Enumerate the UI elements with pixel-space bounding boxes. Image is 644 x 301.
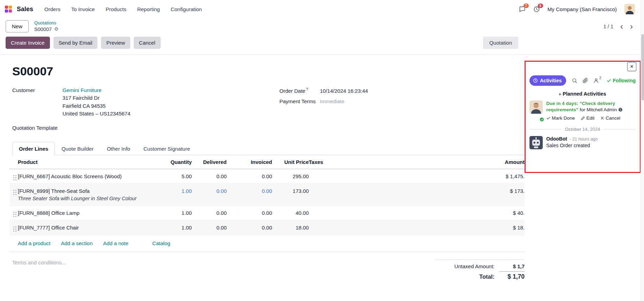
messages-icon[interactable]: 7 — [519, 6, 526, 13]
terms-input[interactable]: Terms and conditions... — [12, 259, 436, 281]
invoiced-cell[interactable]: 0.00 — [227, 184, 272, 198]
invoiced-cell[interactable]: 0.00 — [227, 206, 272, 220]
taxes-cell[interactable] — [309, 169, 382, 178]
cancel-activity-button[interactable]: Cancel — [600, 115, 620, 121]
message-body: Sales Order created — [546, 143, 598, 148]
breadcrumb-quotations[interactable]: Quotations — [34, 20, 59, 26]
following-button[interactable]: Following — [607, 78, 636, 83]
attachment-icon[interactable] — [583, 78, 588, 83]
table-row[interactable]: [FURN_8888] Office Lamp 1.00 0.00 0.00 4… — [9, 206, 525, 220]
cancel-button[interactable]: Cancel — [134, 37, 161, 49]
totals-block: Untaxed Amount: $ 1,7 Total: $ 1,70 — [436, 259, 525, 281]
table-row[interactable]: [FURN_7777] Office Chair 1.00 0.00 0.00 … — [9, 220, 525, 235]
table-row[interactable]: [FURN_8999] Three-Seat Sofa Three Seater… — [9, 184, 525, 206]
taxes-cell[interactable] — [309, 184, 382, 192]
product-cell[interactable]: [FURN_7777] Office Chair — [18, 220, 152, 235]
scrollbar[interactable] — [641, 0, 644, 301]
col-product[interactable]: Product — [18, 155, 152, 169]
customer-address: 317 Fairchild Dr Fairfield CA 94535 Unit… — [63, 94, 279, 118]
amount-cell: $ 1,475. — [382, 169, 525, 183]
activities-clock-icon[interactable]: 5 — [533, 6, 540, 13]
mark-done-button[interactable]: Mark Done — [546, 115, 575, 121]
new-button[interactable]: New — [6, 20, 29, 32]
unit-price-cell[interactable]: 173.00 — [272, 184, 309, 198]
invoiced-cell[interactable]: 0.00 — [227, 169, 272, 183]
pager-prev-icon[interactable]: ‹ — [620, 22, 623, 31]
col-invoiced[interactable]: Invoiced — [227, 155, 272, 169]
quantity-cell[interactable]: 1.00 — [152, 184, 192, 198]
odoobot-avatar — [529, 136, 543, 149]
odoo-apps-icon[interactable] — [5, 6, 12, 13]
drag-handle-icon[interactable] — [9, 184, 18, 191]
delivered-cell[interactable]: 0.00 — [192, 184, 227, 198]
message-author[interactable]: OdooBot — [546, 136, 567, 142]
message-item: OdooBot - 21 hours ago Sales Order creat… — [529, 136, 636, 149]
col-amount[interactable]: Amount — [382, 155, 525, 169]
close-icon[interactable]: × — [627, 62, 636, 71]
col-quantity[interactable]: Quantity — [152, 155, 192, 169]
pager-next-icon[interactable]: › — [630, 22, 633, 31]
menu-orders[interactable]: Orders — [44, 6, 60, 12]
total-value: $ 1,70 — [499, 271, 525, 280]
tab-other-info[interactable]: Other Info — [100, 142, 137, 155]
tab-customer-signature[interactable]: Customer Signature — [137, 142, 197, 155]
menu-to-invoice[interactable]: To Invoice — [71, 6, 95, 12]
unit-price-cell[interactable]: 18.00 — [272, 220, 309, 235]
gear-icon[interactable]: ⚙ — [54, 26, 59, 32]
quantity-cell[interactable]: 5.00 — [152, 169, 192, 183]
followers-icon[interactable]: 2 — [593, 78, 601, 83]
preview-button[interactable]: Preview — [101, 37, 130, 49]
catalog-link[interactable]: Catalog — [152, 240, 170, 246]
col-unit-price[interactable]: Unit Price — [272, 155, 309, 169]
app-name[interactable]: Sales — [17, 6, 33, 13]
tab-order-lines[interactable]: Order Lines — [12, 142, 55, 155]
unit-price-cell[interactable]: 295.00 — [272, 169, 309, 183]
taxes-cell[interactable] — [309, 220, 382, 229]
menu-configuration[interactable]: Configuration — [171, 6, 202, 12]
unit-price-cell[interactable]: 40.00 — [272, 206, 309, 220]
product-cell[interactable]: [FURN_8888] Office Lamp — [18, 206, 152, 220]
edit-activity-button[interactable]: Edit — [581, 115, 594, 121]
drag-handle-icon[interactable] — [9, 206, 18, 213]
delivered-cell[interactable]: 0.00 — [192, 206, 227, 220]
payment-terms-label: Payment Terms — [279, 98, 320, 104]
send-by-email-button[interactable]: Send by Email — [53, 37, 98, 49]
user-avatar[interactable] — [624, 4, 635, 14]
menu-reporting[interactable]: Reporting — [137, 6, 160, 12]
create-invoice-button[interactable]: Create Invoice — [6, 37, 50, 49]
control-panel: New Quotations S00007 ⚙ 1 / 1 ‹ › — [0, 18, 644, 35]
search-icon[interactable] — [572, 78, 577, 83]
help-icon[interactable]: ? — [306, 87, 308, 91]
table-row[interactable]: [FURN_6667] Acoustic Bloc Screens (Wood)… — [9, 169, 525, 184]
col-delivered[interactable]: Delivered — [192, 155, 227, 169]
info-icon[interactable] — [618, 107, 623, 112]
invoiced-cell[interactable]: 0.00 — [227, 220, 272, 235]
add-note-link[interactable]: Add a note — [103, 240, 129, 246]
drag-handle-icon[interactable] — [9, 220, 18, 227]
messages-badge: 7 — [524, 3, 529, 8]
add-product-link[interactable]: Add a product — [18, 240, 50, 246]
clock-icon — [533, 78, 538, 83]
delivered-cell[interactable]: 0.00 — [192, 169, 227, 183]
stage-quotation[interactable]: Quotation — [483, 37, 518, 49]
company-switcher[interactable]: My Company (San Francisco) — [548, 6, 617, 12]
planned-activities-header[interactable]: ▾Planned Activities — [529, 91, 636, 97]
quantity-cell[interactable]: 1.00 — [152, 206, 192, 220]
quantity-cell[interactable]: 1.00 — [152, 220, 192, 235]
date-divider: October 14, 2024 — [529, 127, 636, 132]
customer-link[interactable]: Gemini Furniture — [63, 87, 279, 93]
chatter-toolbar: Activities 2 Following — [529, 75, 636, 86]
tab-quote-builder[interactable]: Quote Builder — [55, 142, 100, 155]
product-cell[interactable]: [FURN_8999] Three-Seat Sofa Three Seater… — [18, 184, 152, 205]
taxes-cell[interactable] — [309, 206, 382, 214]
scrollbar-thumb[interactable] — [641, 34, 644, 100]
avatar — [529, 100, 543, 114]
drag-handle-icon[interactable] — [9, 169, 18, 176]
col-taxes[interactable]: Taxes — [309, 155, 382, 169]
activities-button[interactable]: Activities — [529, 75, 566, 86]
table-header: Product Quantity Delivered Invoiced Unit… — [9, 155, 525, 169]
delivered-cell[interactable]: 0.00 — [192, 220, 227, 235]
menu-products[interactable]: Products — [105, 6, 126, 12]
product-cell[interactable]: [FURN_6667] Acoustic Bloc Screens (Wood) — [18, 169, 152, 183]
add-section-link[interactable]: Add a section — [61, 240, 93, 246]
